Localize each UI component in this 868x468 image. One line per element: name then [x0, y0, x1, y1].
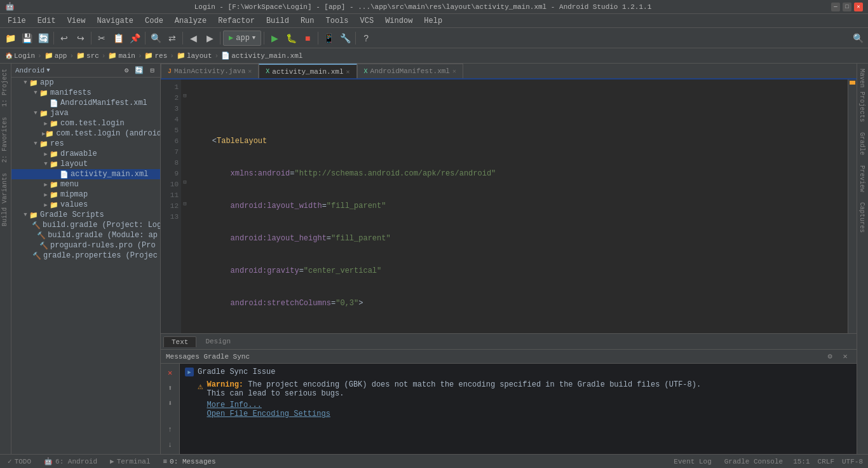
editor-btab-text[interactable]: Text: [163, 336, 196, 347]
avd-button[interactable]: 📱: [321, 31, 336, 46]
encoding-label[interactable]: UTF-8: [842, 458, 863, 465]
tree-res[interactable]: ▼ 📁 res: [11, 139, 160, 149]
code-area[interactable]: <TableLayout xmlns:android="http://schem…: [189, 79, 848, 333]
toolbar-find-btn[interactable]: 🔍: [148, 31, 163, 46]
menu-window[interactable]: Window: [380, 15, 417, 27]
status-terminal[interactable]: ▶ Terminal: [107, 457, 153, 466]
tree-drawable[interactable]: ▶ 📁 drawable: [11, 149, 160, 159]
maximize-button[interactable]: □: [843, 3, 851, 11]
menu-run[interactable]: Run: [295, 15, 320, 27]
fold-cell-2[interactable]: ⊟: [181, 90, 189, 101]
tree-values[interactable]: ▶ 📁 values: [11, 200, 160, 210]
menu-vcs[interactable]: VCS: [355, 15, 379, 27]
run-button[interactable]: ▶: [267, 31, 282, 46]
event-log-btn[interactable]: Event Log: [671, 457, 714, 466]
toolbar-undo-btn[interactable]: ↩: [57, 31, 72, 46]
menu-view[interactable]: View: [62, 15, 91, 27]
toolbar-navigate-fwd-btn[interactable]: ▶: [202, 31, 217, 46]
debug-button[interactable]: 🐛: [283, 31, 299, 46]
gradle-issue-item[interactable]: ▶ Gradle Sync Issue: [182, 366, 854, 378]
panel-label-preview[interactable]: Preview: [857, 160, 868, 197]
bottom-panel-settings-btn[interactable]: ⚙: [824, 350, 836, 363]
nav-activity-main[interactable]: 📄 activity_main.xml: [221, 52, 302, 60]
panel-label-captures[interactable]: Captures: [857, 197, 868, 238]
menu-file[interactable]: File: [3, 15, 31, 27]
menu-edit[interactable]: Edit: [32, 15, 61, 27]
editor[interactable]: 1 2 3 4 5 6 7 8 9 10 11: [161, 79, 857, 333]
android-dropdown[interactable]: Android ▼: [15, 67, 50, 74]
menu-help[interactable]: Help: [419, 15, 447, 27]
editor-btab-design[interactable]: Design: [198, 336, 238, 347]
tree-layout[interactable]: ▼ 📁 layout: [11, 159, 160, 169]
bp-down-btn[interactable]: ↓: [164, 439, 177, 451]
sidebar-collapse-btn[interactable]: ⊟: [148, 65, 156, 75]
tab-main-activity-close[interactable]: ✕: [248, 67, 252, 75]
bp-up-btn[interactable]: ↑: [164, 423, 177, 436]
toolbar-redo-btn[interactable]: ↪: [73, 31, 88, 46]
app-selector[interactable]: ▶ app ▼: [223, 31, 261, 46]
tree-activity-main[interactable]: 📄 activity_main.xml: [11, 169, 160, 179]
toolbar-save-btn[interactable]: 💾: [19, 31, 34, 46]
help-button[interactable]: ?: [358, 31, 374, 46]
panel-label-gradle[interactable]: Gradle: [857, 127, 868, 160]
tab-activity-main[interactable]: X activity_main.xml ✕: [259, 64, 356, 78]
stop-button[interactable]: ■: [300, 31, 315, 46]
sidebar-gear-btn[interactable]: ⚙: [123, 65, 131, 75]
tree-java[interactable]: ▼ 📁 java: [11, 108, 160, 118]
panel-label-project[interactable]: 1: Project: [0, 64, 11, 112]
status-android[interactable]: 🤖 6: Android: [41, 457, 100, 466]
minimize-button[interactable]: ─: [831, 3, 840, 11]
tree-build-gradle-module[interactable]: 🔨 build.gradle (Module: ap: [11, 230, 160, 240]
toolbar-replace-btn[interactable]: ⇄: [165, 31, 180, 46]
tab-android-manifest[interactable]: X AndroidManifest.xml ✕: [357, 64, 463, 78]
tree-manifests[interactable]: ▼ 📁 manifests: [11, 88, 160, 98]
gradle-console-btn[interactable]: Gradle Console: [722, 457, 785, 466]
nav-app[interactable]: 📁 app: [44, 52, 67, 60]
nav-login[interactable]: 🏠 Login: [5, 52, 35, 60]
tab-activity-main-close[interactable]: ✕: [346, 68, 350, 76]
toolbar-cut-btn[interactable]: ✂: [94, 31, 109, 46]
bp-collapse-btn[interactable]: ⬇: [164, 397, 177, 410]
fold-cell-12[interactable]: ⊟: [181, 198, 189, 209]
tree-com-test-login-android[interactable]: ▶ 📁 com.test.login (android: [11, 128, 160, 139]
sidebar-sync-btn[interactable]: 🔄: [133, 65, 146, 75]
tab-main-activity[interactable]: J MainActivity.java ✕: [161, 64, 259, 78]
nav-res[interactable]: 📁 res: [144, 52, 167, 60]
toolbar-navigate-back-btn[interactable]: ◀: [186, 31, 201, 46]
panel-label-build-variants[interactable]: Build Variants: [0, 168, 11, 231]
tree-androidmanifest[interactable]: 📄 AndroidManifest.xml: [11, 98, 160, 108]
nav-src[interactable]: 📁 src: [76, 52, 99, 60]
panel-label-maven[interactable]: Maven Projects: [857, 64, 868, 127]
bp-close-btn[interactable]: ✕: [164, 366, 177, 379]
tree-app[interactable]: ▼ 📁 app: [11, 78, 160, 88]
sdk-button[interactable]: 🔧: [337, 31, 353, 46]
toolbar-open-btn[interactable]: 📁: [3, 31, 18, 46]
bottom-panel-close-btn[interactable]: ✕: [839, 350, 851, 363]
tree-menu[interactable]: ▶ 📁 menu: [11, 179, 160, 189]
tree-build-gradle-project[interactable]: 🔨 build.gradle (Project: Log: [11, 220, 160, 230]
tree-proguard[interactable]: 🔨 proguard-rules.pro (Pro: [11, 240, 160, 251]
status-messages[interactable]: ≡ 0: Messages: [160, 457, 218, 466]
tab-android-manifest-close[interactable]: ✕: [452, 67, 456, 75]
menu-analyze[interactable]: Analyze: [170, 15, 212, 27]
menu-code[interactable]: Code: [140, 15, 168, 27]
more-info-link[interactable]: More Info...: [207, 401, 261, 410]
close-button[interactable]: ✕: [854, 3, 863, 11]
line-ending[interactable]: CRLF: [818, 458, 834, 465]
tree-mipmap[interactable]: ▶ 📁 mipmap: [11, 189, 160, 200]
open-encoding-link[interactable]: Open File Encoding Settings: [207, 410, 330, 418]
tree-gradle-scripts[interactable]: ▼ 📁 Gradle Scripts: [11, 210, 160, 220]
tree-gradle-properties[interactable]: 🔨 gradle.properties (Projec: [11, 251, 160, 261]
toolbar-sync-btn[interactable]: 🔄: [36, 31, 51, 46]
menu-refactor[interactable]: Refactor: [213, 15, 260, 27]
toolbar-copy-btn[interactable]: 📋: [111, 31, 126, 46]
menu-tools[interactable]: Tools: [321, 15, 354, 27]
toolbar-paste-btn[interactable]: 📌: [127, 31, 142, 46]
tree-com-test-login[interactable]: ▶ 📁 com.test.login: [11, 118, 160, 128]
menu-navigate[interactable]: Navigate: [92, 15, 139, 27]
fold-cell-10[interactable]: ⊟: [181, 177, 189, 188]
panel-label-favorites[interactable]: 2: Favorites: [0, 112, 11, 168]
menu-build[interactable]: Build: [261, 15, 294, 27]
nav-layout[interactable]: 📁 layout: [177, 52, 212, 60]
search-everywhere-btn[interactable]: 🔍: [850, 31, 865, 46]
